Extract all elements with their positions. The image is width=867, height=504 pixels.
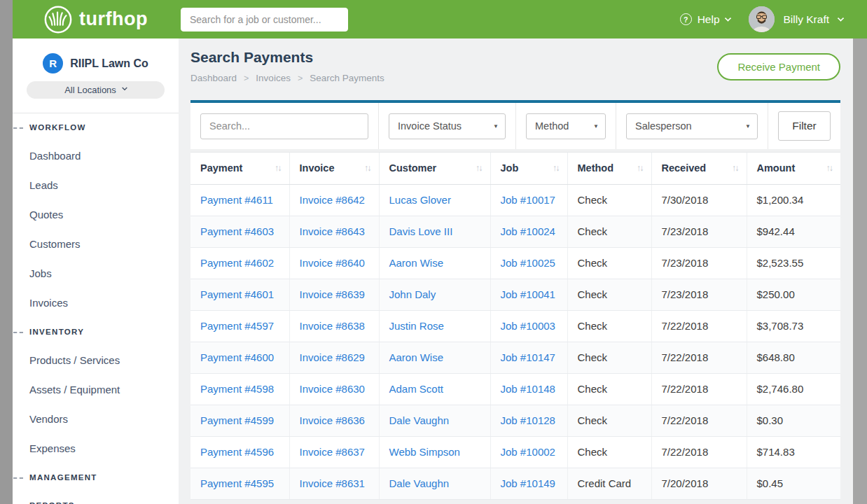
sort-icon: [476, 163, 482, 173]
location-selector-label: All Locations: [64, 85, 116, 95]
sidebar-item-jobs[interactable]: Jobs: [13, 259, 179, 288]
invoice-link[interactable]: Invoice #8637: [300, 446, 365, 458]
customer-link[interactable]: Lucas Glover: [389, 194, 451, 206]
turfhop-logo-icon: [43, 5, 73, 34]
sidebar-item-assets-equipment[interactable]: Assets / Equipment: [13, 375, 179, 405]
customer-link[interactable]: Dale Vaughn: [389, 477, 450, 489]
column-header-amount[interactable]: Amount: [747, 153, 840, 184]
salesperson-select-value: Salesperson: [635, 120, 692, 132]
filter-button[interactable]: Filter: [778, 111, 831, 141]
job-link[interactable]: Job #10148: [501, 383, 555, 395]
job-link[interactable]: Job #10003: [501, 320, 555, 332]
amount-cell: $2,746.80: [747, 373, 840, 405]
invoice-status-select[interactable]: Invoice Status: [389, 113, 506, 139]
payment-link[interactable]: Payment #4597: [200, 320, 274, 332]
page-title: Search Payments: [190, 49, 313, 66]
sidebar-item-dashboard[interactable]: Dashboard: [13, 141, 179, 171]
column-header-customer[interactable]: Customer: [379, 153, 490, 184]
customer-link[interactable]: John Daly: [389, 288, 436, 300]
chevron-down-icon: [838, 15, 845, 22]
receive-payment-button[interactable]: Receive Payment: [717, 53, 840, 80]
amount-cell: $1,200.34: [747, 184, 840, 216]
method-cell: Check: [567, 184, 651, 216]
sidebar-item-expenses[interactable]: Expenses: [13, 434, 179, 463]
payment-link[interactable]: Payment #4603: [200, 225, 274, 237]
breadcrumb: Dashboard Invoices Search Payments: [190, 73, 384, 83]
sidebar-item-invoices[interactable]: Invoices: [13, 288, 179, 318]
invoice-link[interactable]: Invoice #8631: [300, 477, 365, 489]
customer-link[interactable]: Justin Rose: [389, 320, 444, 332]
customer-link[interactable]: Adam Scott: [389, 383, 444, 395]
section-header-management: MANAGEMENT: [13, 463, 179, 491]
amount-cell: $648.80: [747, 342, 840, 373]
amount-cell: $714.83: [747, 436, 840, 468]
payment-link[interactable]: Payment #4595: [200, 477, 274, 489]
topbar-right: ? Help Billy Kraf: [680, 6, 867, 32]
column-header-method[interactable]: Method: [567, 153, 651, 184]
customer-link[interactable]: Aaron Wise: [389, 257, 444, 269]
payment-link[interactable]: Payment #4602: [200, 257, 274, 269]
column-header-job[interactable]: Job: [490, 153, 567, 184]
user-menu[interactable]: Billy Kraft: [749, 6, 843, 32]
job-link[interactable]: Job #10041: [501, 288, 555, 300]
invoice-link[interactable]: Invoice #8630: [300, 383, 365, 395]
job-link[interactable]: Job #10025: [501, 257, 555, 269]
filter-status-section: Invoice Status: [379, 103, 516, 149]
job-link[interactable]: Job #10149: [501, 477, 555, 489]
app-frame: turfhop ? Help: [0, 0, 867, 504]
column-header-invoice[interactable]: Invoice: [289, 153, 379, 184]
breadcrumb-invoices[interactable]: Invoices: [237, 73, 291, 83]
turfhop-logo[interactable]: turfhop: [13, 5, 179, 34]
invoice-link[interactable]: Invoice #8642: [300, 194, 365, 206]
invoice-link[interactable]: Invoice #8643: [300, 225, 365, 237]
job-link[interactable]: Job #10147: [501, 351, 555, 363]
column-header-payment[interactable]: Payment: [190, 153, 289, 184]
invoice-link[interactable]: Invoice #8629: [300, 351, 365, 363]
job-link[interactable]: Job #10024: [501, 225, 555, 237]
job-link[interactable]: Job #10002: [501, 446, 555, 458]
location-selector[interactable]: All Locations: [27, 81, 165, 99]
left-gutter: [0, 0, 13, 504]
job-link[interactable]: Job #10128: [501, 414, 555, 426]
sidebar-item-vendors[interactable]: Vendors: [13, 405, 179, 434]
payment-link[interactable]: Payment #4596: [200, 446, 274, 458]
table-row: Payment #4599 Invoice #8636 Dale Vaughn …: [190, 405, 840, 436]
payment-link[interactable]: Payment #4611: [200, 194, 273, 206]
invoice-link[interactable]: Invoice #8638: [300, 320, 365, 332]
customer-link[interactable]: Webb Simpson: [389, 446, 460, 458]
customer-link[interactable]: Aaron Wise: [389, 351, 444, 363]
invoice-link[interactable]: Invoice #8640: [300, 257, 365, 269]
received-cell: 7/22/2018: [651, 342, 747, 373]
amount-cell: $0.45: [747, 468, 840, 499]
sidebar-item-quotes[interactable]: Quotes: [13, 200, 179, 230]
customer-link[interactable]: Dale Vaughn: [389, 414, 450, 426]
breadcrumb-dashboard[interactable]: Dashboard: [190, 73, 237, 83]
global-search-input[interactable]: [181, 8, 348, 31]
table-row: Payment #4595 Invoice #8631 Dale Vaughn …: [190, 468, 840, 499]
payment-link[interactable]: Payment #4599: [200, 414, 274, 426]
payment-link[interactable]: Payment #4598: [200, 383, 274, 395]
sidebar-item-leads[interactable]: Leads: [13, 171, 179, 200]
payment-link[interactable]: Payment #4600: [200, 351, 274, 363]
invoice-link[interactable]: Invoice #8639: [300, 288, 365, 300]
method-cell: Check: [567, 373, 651, 405]
sidebar-nav: WORKFLOW Dashboard Leads Quotes Customer…: [13, 113, 179, 504]
topbar: turfhop ? Help: [13, 0, 867, 38]
table-search-input[interactable]: [200, 113, 368, 139]
help-menu[interactable]: ? Help: [680, 13, 730, 26]
column-header-received[interactable]: Received: [651, 153, 747, 184]
sort-icon: [553, 163, 559, 173]
invoice-status-select-value: Invoice Status: [398, 120, 462, 132]
method-select[interactable]: Method: [526, 113, 606, 139]
customer-link[interactable]: Davis Love III: [389, 225, 453, 237]
sidebar-item-customers[interactable]: Customers: [13, 230, 179, 259]
table-header-row: Payment Invoice Customer Job Method Rece…: [190, 153, 840, 184]
salesperson-select[interactable]: Salesperson: [626, 113, 758, 139]
payment-link[interactable]: Payment #4601: [200, 288, 274, 300]
sidebar-item-products-services[interactable]: Products / Services: [13, 346, 179, 375]
company-name: RIIPL Lawn Co: [70, 57, 148, 70]
help-icon: ?: [680, 13, 692, 25]
invoice-link[interactable]: Invoice #8636: [300, 414, 365, 426]
job-link[interactable]: Job #10017: [501, 194, 555, 206]
chevron-down-icon: [122, 85, 127, 90]
